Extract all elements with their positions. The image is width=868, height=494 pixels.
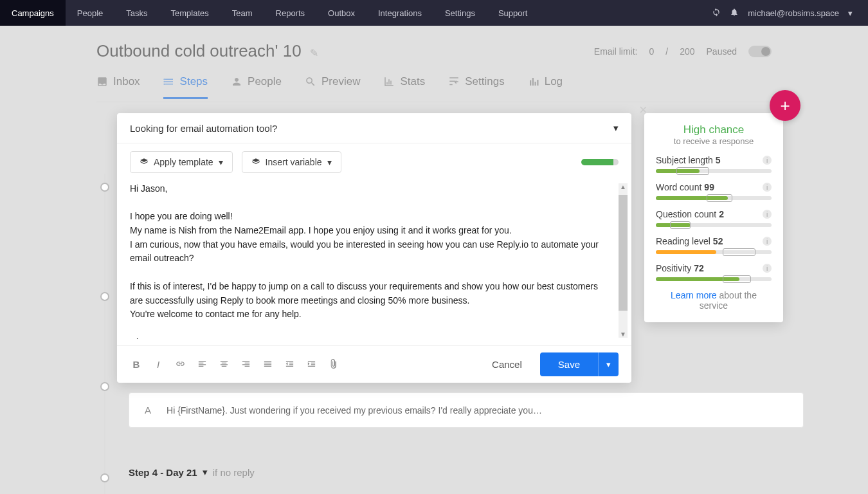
nav-people[interactable]: People — [66, 0, 114, 26]
nav-support[interactable]: Support — [487, 0, 539, 26]
close-analysis-icon[interactable]: × — [639, 102, 647, 102]
top-nav-items: CampaignsPeopleTasksTemplatesTeamReports… — [0, 0, 539, 26]
nav-integrations[interactable]: Integrations — [366, 0, 433, 26]
nav-templates[interactable]: Templates — [159, 0, 220, 26]
nav-settings[interactable]: Settings — [433, 0, 487, 26]
nav-team[interactable]: Team — [221, 0, 264, 26]
user-menu-chevron-icon[interactable]: ▾ — [848, 8, 853, 18]
nav-campaigns[interactable]: Campaigns — [0, 0, 66, 26]
nav-tasks[interactable]: Tasks — [114, 0, 159, 26]
top-nav-right: michael@robsims.space ▾ — [712, 8, 868, 19]
nav-outbox[interactable]: Outbox — [316, 0, 366, 26]
nav-reports[interactable]: Reports — [264, 0, 317, 26]
modal-backdrop — [0, 26, 868, 102]
sync-icon[interactable] — [712, 8, 721, 19]
user-email[interactable]: michael@robsims.space — [748, 8, 839, 18]
bell-icon[interactable] — [730, 8, 739, 19]
top-navbar: CampaignsPeopleTasksTemplatesTeamReports… — [0, 0, 868, 26]
